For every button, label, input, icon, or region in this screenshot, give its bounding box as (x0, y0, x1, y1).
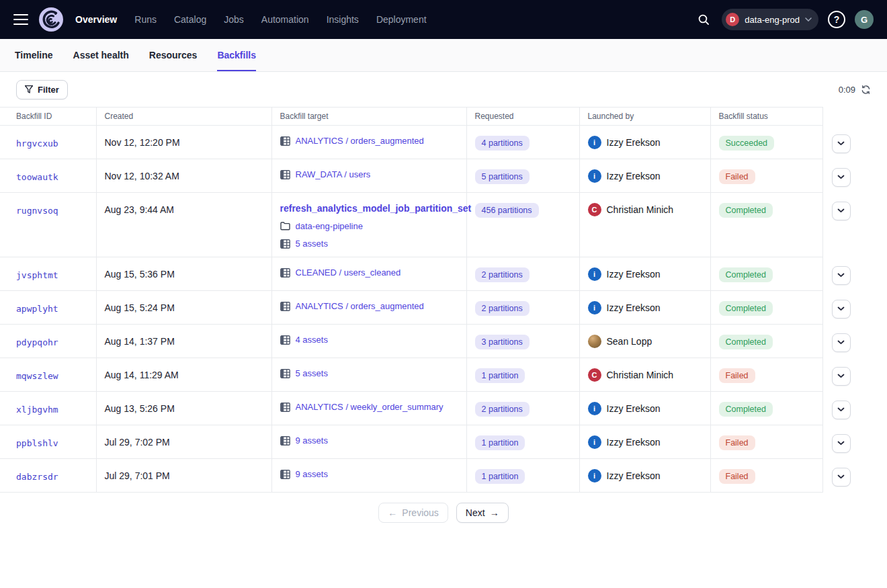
created-cell: Nov 12, 10:32 AM (96, 159, 271, 193)
nav-item-insights[interactable]: Insights (327, 14, 359, 25)
row-actions-button[interactable] (832, 468, 851, 487)
target-link[interactable]: 5 assets (296, 368, 328, 378)
nav-item-runs[interactable]: Runs (134, 14, 157, 25)
backfill-id-link[interactable]: dabzrsdr (16, 472, 58, 482)
user-avatar-icon: i (588, 267, 601, 281)
dagster-logo-icon[interactable] (39, 7, 63, 32)
tab-resources[interactable]: Resources (149, 39, 198, 71)
backfill-id-link[interactable]: xljbgvhm (16, 405, 58, 415)
pipeline-link[interactable]: data-eng-pipeline (296, 221, 363, 231)
user-avatar-icon: i (588, 136, 601, 149)
previous-page-button[interactable]: ← Previous (378, 503, 448, 523)
backfill-id-link[interactable]: rugnvsoq (16, 206, 58, 216)
target-link[interactable]: ANALYTICS / orders_augmented (296, 136, 424, 146)
requested-badge: 1 partition (475, 435, 525, 450)
nav-item-catalog[interactable]: Catalog (174, 14, 206, 25)
row-actions-button[interactable] (832, 367, 851, 386)
row-actions-button[interactable] (832, 134, 851, 153)
created-cell: Aug 23, 9:44 AM (96, 193, 271, 257)
deployment-switcher[interactable]: D data-eng-prod (722, 9, 818, 30)
target-link[interactable]: ANALYTICS / orders_augmented (296, 301, 424, 311)
search-icon[interactable] (695, 11, 712, 28)
row-actions-button[interactable] (832, 202, 851, 220)
assets-link[interactable]: 5 assets (296, 239, 328, 249)
chevron-down-icon (837, 273, 845, 278)
table-row: rugnvsoq Aug 23, 9:44 AM refresh_analyti… (0, 193, 887, 257)
nav-item-deployment[interactable]: Deployment (376, 14, 427, 25)
table-row: pdypqohr Aug 14, 1:37 PM 4 assets 3 part… (0, 325, 887, 358)
menu-icon[interactable] (13, 14, 28, 25)
row-actions-button[interactable] (832, 401, 851, 419)
requested-badge: 4 partitions (475, 136, 530, 151)
target-cell: ANALYTICS / weekly_order_summary (271, 392, 466, 425)
row-actions-button[interactable] (832, 333, 851, 352)
user-avatar[interactable]: G (855, 10, 874, 29)
target-link[interactable]: CLEANED / users_cleaned (296, 267, 401, 278)
backfill-id-link[interactable]: apwplyht (16, 304, 58, 314)
nav-item-automation[interactable]: Automation (261, 14, 309, 25)
chevron-down-icon (837, 306, 845, 311)
table-row: dabzrsdr Jul 29, 7:01 PM 9 assets 1 part… (0, 459, 887, 493)
arrow-left-icon: ← (388, 507, 397, 518)
table-row: ppblshlv Jul 29, 7:02 PM 9 assets 1 part… (0, 425, 887, 459)
target-link[interactable]: ANALYTICS / weekly_order_summary (296, 402, 444, 412)
table-row: jvsphtmt Aug 15, 5:36 PM CLEANED / users… (0, 257, 887, 291)
user-name: Izzy Erekson (607, 302, 661, 313)
target-cell: 4 assets (271, 325, 466, 358)
refresh-icon[interactable] (861, 85, 871, 95)
target-cell: CLEANED / users_cleaned (271, 257, 466, 291)
backfill-id-link[interactable]: toowautk (16, 172, 58, 182)
chevron-down-icon (837, 208, 845, 213)
filter-icon (25, 85, 33, 93)
user-avatar-icon: C (588, 203, 601, 216)
row-actions-button[interactable] (832, 266, 851, 285)
tab-asset-health[interactable]: Asset health (73, 39, 129, 71)
created-cell: Aug 13, 5:26 PM (96, 392, 271, 425)
user-name: Izzy Erekson (607, 269, 661, 280)
table-header-row: Backfill ID Created Backfill target Requ… (0, 108, 887, 126)
chevron-down-icon (805, 17, 812, 22)
chevron-down-icon (837, 175, 845, 179)
status-badge: Failed (719, 169, 755, 184)
row-actions-button[interactable] (832, 434, 851, 453)
target-link[interactable]: 9 assets (296, 435, 328, 446)
target-link[interactable]: 9 assets (296, 469, 328, 479)
target-link[interactable]: 4 assets (296, 335, 328, 345)
asset-icon (280, 302, 290, 311)
chevron-down-icon (837, 374, 845, 378)
status-badge: Completed (719, 267, 773, 282)
folder-icon (280, 222, 290, 230)
created-cell: Nov 12, 12:20 PM (96, 126, 271, 159)
user-name: Izzy Erekson (607, 470, 661, 481)
nav-item-overview[interactable]: Overview (75, 14, 117, 25)
column-header-actions (822, 108, 887, 126)
column-header-backfill-status: Backfill status (710, 108, 822, 126)
column-header-requested: Requested (466, 108, 579, 126)
user-avatar-icon: i (588, 402, 601, 415)
backfill-id-link[interactable]: hrgvcxub (16, 138, 58, 149)
status-badge: Completed (719, 402, 773, 417)
tab-timeline[interactable]: Timeline (15, 39, 53, 71)
target-link[interactable]: RAW_DATA / users (296, 169, 371, 179)
backfill-id-link[interactable]: ppblshlv (16, 438, 58, 448)
row-actions-button[interactable] (832, 168, 851, 187)
target-cell: refresh_analytics_model_job_partition_se… (271, 193, 466, 257)
asset-icon (280, 436, 290, 446)
backfill-id-link[interactable]: jvsphtmt (16, 270, 58, 280)
user-name: Sean Lopp (607, 336, 652, 347)
help-icon[interactable]: ? (828, 11, 845, 28)
nav-item-jobs[interactable]: Jobs (224, 14, 244, 25)
job-link[interactable]: refresh_analytics_model_job_partition_se… (280, 203, 458, 214)
requested-badge: 2 partitions (475, 301, 530, 316)
deployment-badge: D (726, 13, 739, 26)
asset-icon (280, 470, 290, 479)
table-row: toowautk Nov 12, 10:32 AM RAW_DATA / use… (0, 159, 887, 193)
filter-button[interactable]: Filter (16, 80, 68, 99)
chevron-down-icon (837, 340, 845, 345)
next-page-button[interactable]: Next → (456, 503, 509, 523)
tab-backfills[interactable]: Backfills (217, 39, 256, 71)
created-cell: Aug 14, 11:29 AM (96, 358, 271, 392)
backfill-id-link[interactable]: mqwszlew (16, 371, 58, 381)
row-actions-button[interactable] (832, 300, 851, 319)
backfill-id-link[interactable]: pdypqohr (16, 337, 58, 347)
